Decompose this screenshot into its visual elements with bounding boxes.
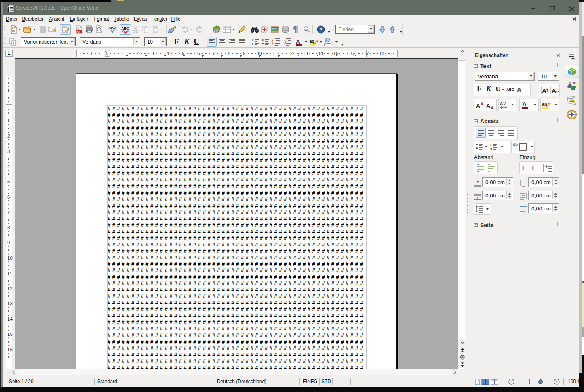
svg-text:A: A bbox=[491, 106, 493, 110]
svg-text:A: A bbox=[500, 101, 503, 106]
svg-text:I: I bbox=[490, 143, 491, 147]
svg-text:V: V bbox=[503, 101, 506, 106]
svg-text:ABC: ABC bbox=[121, 27, 129, 31]
svg-text:A: A bbox=[522, 101, 527, 107]
svg-text:II: II bbox=[490, 147, 492, 151]
svg-text:A: A bbox=[481, 102, 483, 106]
svg-text:¶: ¶ bbox=[13, 41, 15, 45]
svg-text:PDF: PDF bbox=[76, 31, 81, 33]
svg-text:A: A bbox=[476, 103, 480, 109]
svg-text:A: A bbox=[486, 103, 490, 109]
svg-text:N: N bbox=[571, 110, 572, 112]
svg-text:I: I bbox=[252, 38, 253, 42]
svg-text:A: A bbox=[296, 38, 300, 45]
svg-text:II: II bbox=[252, 42, 253, 46]
svg-text:A: A bbox=[552, 87, 556, 94]
svg-text:?: ? bbox=[319, 27, 323, 33]
svg-text:A: A bbox=[542, 87, 546, 94]
